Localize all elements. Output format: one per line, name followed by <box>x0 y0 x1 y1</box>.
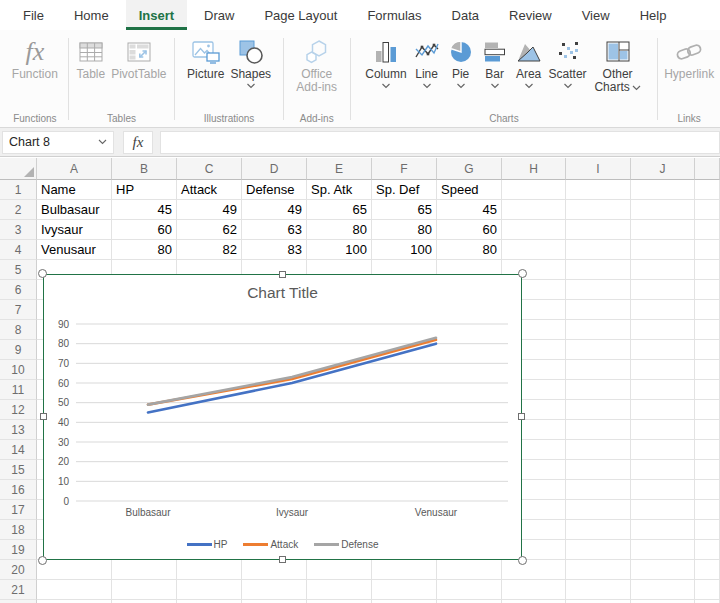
cell-partial1[interactable] <box>695 180 720 200</box>
cell-A4[interactable]: Venusaur <box>37 240 112 260</box>
cell-J9[interactable] <box>631 340 695 360</box>
cell-I21[interactable] <box>566 580 631 600</box>
cell-A20[interactable] <box>37 560 112 580</box>
cell-G21[interactable] <box>437 580 502 600</box>
cell-E4[interactable]: 100 <box>307 240 372 260</box>
cell-I16[interactable] <box>566 480 631 500</box>
cell-J16[interactable] <box>631 480 695 500</box>
cell-I13[interactable] <box>566 420 631 440</box>
column-header-I[interactable]: I <box>566 158 631 180</box>
column-header-E[interactable]: E <box>307 158 372 180</box>
cell-J11[interactable] <box>631 380 695 400</box>
row-header-18[interactable]: 18 <box>0 520 37 540</box>
tab-page-layout[interactable]: Page Layout <box>251 0 350 30</box>
cell-partial17[interactable] <box>695 500 720 520</box>
cell-H3[interactable] <box>502 220 566 240</box>
cell-A1[interactable]: Name <box>37 180 112 200</box>
chart-resize-handle-middle-right[interactable] <box>518 413 525 420</box>
tab-data[interactable]: Data <box>439 0 492 30</box>
cell-partial14[interactable] <box>695 440 720 460</box>
cell-J3[interactable] <box>631 220 695 240</box>
chart-resize-handle-top-left[interactable] <box>38 269 47 278</box>
cell-partial6[interactable] <box>695 280 720 300</box>
cell-partial19[interactable] <box>695 540 720 560</box>
cell-F1[interactable]: Sp. Def <box>372 180 437 200</box>
cell-J8[interactable] <box>631 320 695 340</box>
cell-I14[interactable] <box>566 440 631 460</box>
chart-legend[interactable]: HPAttackDefense <box>44 539 521 550</box>
row-header-4[interactable]: 4 <box>0 240 37 260</box>
cell-B4[interactable]: 80 <box>112 240 177 260</box>
cell-J14[interactable] <box>631 440 695 460</box>
pie-chart-button[interactable]: Pie <box>445 35 477 90</box>
cell-I15[interactable] <box>566 460 631 480</box>
cell-E3[interactable]: 80 <box>307 220 372 240</box>
chart-resize-handle-middle-left[interactable] <box>40 413 47 420</box>
row-header-14[interactable]: 14 <box>0 440 37 460</box>
cell-I8[interactable] <box>566 320 631 340</box>
name-box-dropdown-icon[interactable] <box>98 139 107 145</box>
cell-C4[interactable]: 82 <box>177 240 242 260</box>
cell-C1[interactable]: Attack <box>177 180 242 200</box>
cell-partial13[interactable] <box>695 420 720 440</box>
office-addins-button[interactable]: Office Add-ins <box>289 35 345 95</box>
cell-D2[interactable]: 49 <box>242 200 307 220</box>
cell-I2[interactable] <box>566 200 631 220</box>
cell-J15[interactable] <box>631 460 695 480</box>
picture-button[interactable]: Picture <box>185 35 226 82</box>
cell-partial20[interactable] <box>695 560 720 580</box>
pivottable-button[interactable]: PivotTable <box>109 35 168 82</box>
cell-I7[interactable] <box>566 300 631 320</box>
cell-E21[interactable] <box>307 580 372 600</box>
cell-I10[interactable] <box>566 360 631 380</box>
cell-D20[interactable] <box>242 560 307 580</box>
column-header-partial[interactable] <box>695 158 720 180</box>
cell-G1[interactable]: Speed <box>437 180 502 200</box>
cell-D1[interactable]: Defense <box>242 180 307 200</box>
cell-H2[interactable] <box>502 200 566 220</box>
function-button[interactable]: fx Function <box>10 35 60 82</box>
row-header-9[interactable]: 9 <box>0 340 37 360</box>
row-header-17[interactable]: 17 <box>0 500 37 520</box>
cell-partial5[interactable] <box>695 260 720 280</box>
cell-H20[interactable] <box>502 560 566 580</box>
cell-partial16[interactable] <box>695 480 720 500</box>
cell-I1[interactable] <box>566 180 631 200</box>
other-charts-button[interactable]: Other Charts <box>591 35 645 95</box>
column-header-F[interactable]: F <box>372 158 437 180</box>
cell-A2[interactable]: Bulbasaur <box>37 200 112 220</box>
legend-item-HP[interactable]: HP <box>187 539 228 550</box>
cell-J17[interactable] <box>631 500 695 520</box>
cell-D3[interactable]: 63 <box>242 220 307 240</box>
chart-resize-handle-top-right[interactable] <box>518 269 527 278</box>
cell-partial3[interactable] <box>695 220 720 240</box>
column-header-C[interactable]: C <box>177 158 242 180</box>
row-header-6[interactable]: 6 <box>0 280 37 300</box>
row-header-5[interactable]: 5 <box>0 260 37 280</box>
cell-partial12[interactable] <box>695 400 720 420</box>
cell-partial10[interactable] <box>695 360 720 380</box>
tab-help[interactable]: Help <box>627 0 680 30</box>
tab-view[interactable]: View <box>569 0 623 30</box>
insert-function-button[interactable]: fx <box>123 131 153 154</box>
tab-home[interactable]: Home <box>61 0 122 30</box>
chart-resize-handle-bottom-center[interactable] <box>279 556 286 563</box>
cell-H4[interactable] <box>502 240 566 260</box>
cell-G2[interactable]: 45 <box>437 200 502 220</box>
legend-item-Attack[interactable]: Attack <box>243 539 298 550</box>
cell-I18[interactable] <box>566 520 631 540</box>
cell-I11[interactable] <box>566 380 631 400</box>
cell-J19[interactable] <box>631 540 695 560</box>
shapes-button[interactable]: Shapes <box>228 35 273 90</box>
cell-H21[interactable] <box>502 580 566 600</box>
cell-partial18[interactable] <box>695 520 720 540</box>
column-header-J[interactable]: J <box>631 158 695 180</box>
select-all-button[interactable] <box>0 158 37 180</box>
column-header-D[interactable]: D <box>242 158 307 180</box>
cell-I5[interactable] <box>566 260 631 280</box>
cell-J7[interactable] <box>631 300 695 320</box>
row-header-8[interactable]: 8 <box>0 320 37 340</box>
column-header-A[interactable]: A <box>37 158 112 180</box>
column-header-H[interactable]: H <box>502 158 566 180</box>
bar-chart-button[interactable]: Bar <box>479 35 511 90</box>
